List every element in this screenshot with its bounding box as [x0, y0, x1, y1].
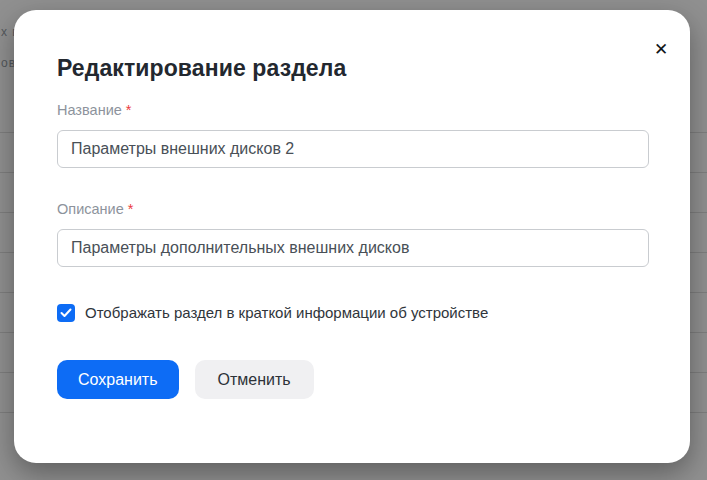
required-asterisk: * — [128, 201, 134, 217]
name-field-label-text: Название — [57, 102, 122, 118]
description-field-label: Описание * — [57, 201, 649, 218]
dialog-actions: Сохранить Отменить — [57, 360, 649, 399]
checkbox-label: Отображать раздел в краткой информации о… — [85, 303, 488, 323]
checkbox-checked[interactable] — [57, 304, 75, 322]
name-field-label: Название * — [57, 102, 649, 119]
show-section-checkbox-row[interactable]: Отображать раздел в краткой информации о… — [57, 303, 488, 323]
description-field-label-text: Описание — [57, 201, 124, 217]
required-asterisk: * — [126, 102, 132, 118]
name-input[interactable] — [57, 130, 649, 168]
checkmark-icon — [60, 308, 72, 318]
close-icon[interactable]: ✕ — [646, 36, 676, 62]
save-button[interactable]: Сохранить — [57, 360, 179, 399]
dialog-title: Редактирование раздела — [57, 54, 649, 82]
edit-section-dialog: ✕ Редактирование раздела Название * Опис… — [14, 10, 690, 463]
cancel-button[interactable]: Отменить — [195, 360, 314, 399]
description-input[interactable] — [57, 229, 649, 267]
